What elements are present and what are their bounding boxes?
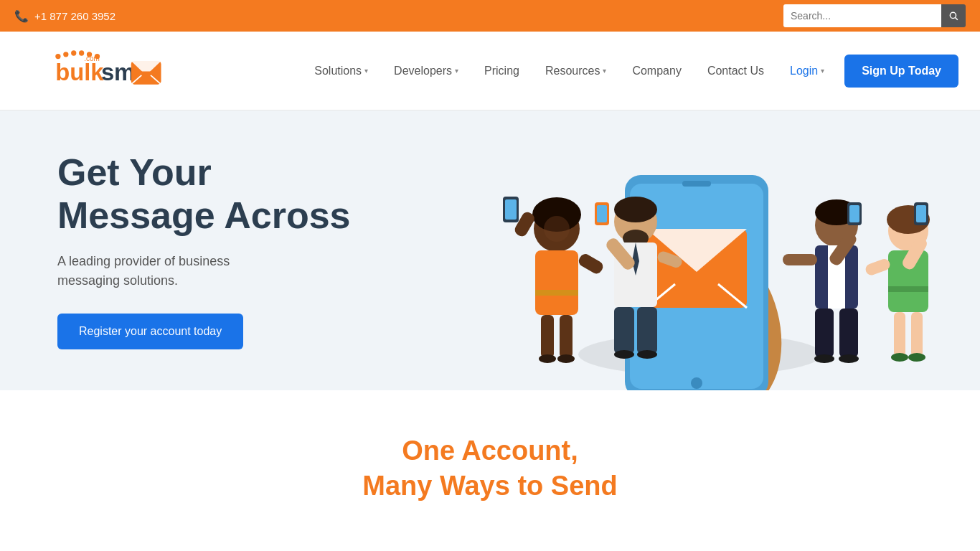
- svg-point-46: [614, 350, 634, 359]
- nav-item-solutions[interactable]: Solutions ▾: [301, 57, 381, 85]
- hero-svg: [463, 118, 937, 390]
- svg-point-32: [539, 354, 556, 363]
- svg-rect-29: [535, 290, 578, 296]
- search-container: [783, 4, 966, 27]
- nav-link-developers[interactable]: Developers ▾: [381, 57, 471, 85]
- svg-point-58: [814, 354, 834, 363]
- svg-rect-69: [911, 312, 923, 357]
- nav-link-solutions[interactable]: Solutions ▾: [301, 57, 381, 85]
- svg-point-40: [614, 197, 657, 222]
- svg-rect-44: [614, 307, 634, 354]
- nav-link-pricing[interactable]: Pricing: [471, 57, 532, 85]
- svg-point-0: [950, 12, 956, 18]
- svg-rect-13: [135, 71, 157, 82]
- nav-link-resources[interactable]: Resources ▾: [532, 57, 619, 85]
- nav-links: Solutions ▾ Developers ▾ Pricing Resourc…: [301, 55, 958, 88]
- svg-rect-67: [888, 286, 928, 292]
- chevron-down-icon: ▾: [364, 67, 368, 75]
- nav-link-contact[interactable]: Contact Us: [694, 57, 777, 85]
- logo[interactable]: bulk sms .com: [22, 46, 165, 96]
- hero-illustration: [463, 118, 951, 390]
- svg-rect-31: [560, 315, 573, 358]
- nav-item-developers[interactable]: Developers ▾: [381, 57, 471, 85]
- svg-rect-28: [535, 250, 578, 315]
- svg-point-5: [63, 52, 68, 57]
- svg-rect-68: [894, 312, 905, 357]
- svg-point-71: [908, 353, 925, 362]
- phone-icon: 📞: [14, 9, 29, 23]
- svg-rect-62: [849, 205, 859, 222]
- svg-point-6: [71, 50, 76, 55]
- chevron-down-icon: ▾: [821, 67, 824, 75]
- hero-section: Get Your Message Across A leading provid…: [0, 110, 980, 390]
- svg-point-47: [637, 350, 657, 359]
- signup-button[interactable]: Sign Up Today: [844, 55, 958, 88]
- svg-point-38: [544, 216, 570, 242]
- svg-point-4: [55, 53, 60, 58]
- svg-text:bulk: bulk: [55, 59, 104, 85]
- nav-item-login[interactable]: Login ▾: [777, 57, 837, 85]
- search-icon: [948, 11, 958, 21]
- phone-number: 📞 +1 877 260 3952: [14, 9, 116, 23]
- svg-point-59: [839, 354, 859, 363]
- svg-rect-37: [577, 252, 605, 276]
- svg-point-70: [891, 353, 908, 362]
- svg-rect-45: [637, 307, 657, 354]
- svg-point-25: [691, 377, 702, 389]
- top-bar: 📞 +1 877 260 3952: [0, 0, 980, 32]
- svg-line-1: [956, 18, 958, 20]
- search-input[interactable]: [783, 4, 941, 27]
- nav-item-pricing[interactable]: Pricing: [471, 57, 532, 85]
- svg-rect-57: [839, 309, 858, 357]
- nav-item-contact[interactable]: Contact Us: [694, 57, 777, 85]
- below-hero-section: One Account, Many Ways to Send: [0, 390, 980, 548]
- logo-svg: bulk sms .com: [22, 46, 165, 96]
- hero-content: Get Your Message Across A leading provid…: [57, 151, 351, 349]
- svg-point-33: [557, 354, 575, 363]
- nav-item-signup[interactable]: Sign Up Today: [837, 55, 958, 88]
- main-nav: bulk sms .com Solutions ▾: [0, 32, 980, 110]
- chevron-down-icon: ▾: [603, 67, 606, 75]
- nav-link-company[interactable]: Company: [619, 57, 694, 85]
- svg-rect-36: [505, 199, 517, 220]
- search-button[interactable]: [941, 4, 966, 27]
- nav-item-company[interactable]: Company: [619, 57, 694, 85]
- svg-rect-63: [783, 254, 817, 265]
- svg-rect-24: [682, 181, 711, 187]
- svg-rect-75: [864, 258, 891, 277]
- chevron-down-icon: ▾: [455, 67, 458, 75]
- nav-link-login[interactable]: Login ▾: [777, 57, 837, 85]
- svg-point-7: [79, 50, 84, 55]
- hero-title: Get Your Message Across: [57, 151, 351, 237]
- svg-rect-56: [815, 309, 834, 357]
- hero-subtitle: A leading provider of businessmessaging …: [57, 252, 351, 291]
- svg-rect-30: [541, 315, 554, 358]
- section-title: One Account, Many Ways to Send: [29, 433, 951, 504]
- svg-text:.com: .com: [84, 54, 100, 62]
- svg-rect-50: [597, 205, 607, 222]
- svg-rect-74: [916, 205, 926, 222]
- nav-item-resources[interactable]: Resources ▾: [532, 57, 619, 85]
- register-button[interactable]: Register your account today: [57, 314, 243, 349]
